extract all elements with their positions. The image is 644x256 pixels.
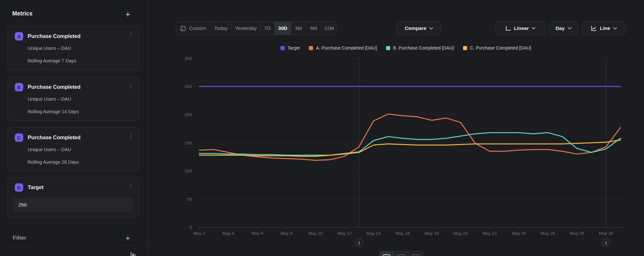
metric-letter-badge: C bbox=[15, 133, 23, 142]
range-label: 12M bbox=[324, 25, 334, 31]
metric-title: Purchase Completed bbox=[28, 84, 80, 90]
metric-measure: Unique Users – DAU bbox=[28, 46, 71, 51]
y-axis-tick-label: 300 bbox=[185, 56, 192, 61]
view-toggle-group bbox=[379, 251, 423, 256]
scale-label: Linear bbox=[514, 25, 529, 31]
line-chart-icon bbox=[591, 25, 597, 32]
range-yesterday[interactable]: Yesterday bbox=[232, 22, 260, 35]
range-label: 30D bbox=[278, 25, 287, 31]
card-view-icon bbox=[383, 254, 391, 256]
sidebar-title: Metrics bbox=[12, 10, 33, 17]
kebab-menu-icon[interactable]: ⋮ bbox=[127, 183, 134, 191]
metric-card-b[interactable]: BPurchase Completed⋮Unique Users – DAURo… bbox=[7, 77, 139, 121]
y-axis-tick-label: 200 bbox=[185, 112, 192, 117]
range-label: 7D bbox=[264, 25, 271, 31]
view-toggle-table-view-icon[interactable] bbox=[394, 251, 408, 256]
metric-title: Target bbox=[28, 184, 43, 190]
line-chart[interactable]: 050100150200250300May 2May 4May 6May 8Ma… bbox=[180, 42, 631, 237]
x-axis-tick-label: May 2 bbox=[194, 231, 205, 236]
chart-type-label: Line bbox=[600, 25, 610, 31]
range-label: Today bbox=[214, 25, 227, 31]
interval-select-button[interactable]: Day bbox=[549, 22, 578, 35]
metric-rolling-average: Rolling Average 14 Days bbox=[28, 109, 79, 114]
series-line-a[interactable] bbox=[199, 114, 620, 160]
chevron-down-icon bbox=[613, 27, 617, 30]
range-label: Yesterday bbox=[235, 25, 257, 31]
plus-icon: + bbox=[126, 234, 130, 242]
series-line-c[interactable] bbox=[199, 140, 620, 156]
x-axis-tick-label: May 10 bbox=[308, 231, 323, 236]
y-axis-tick-label: 100 bbox=[185, 169, 192, 173]
range-label: 3M bbox=[295, 25, 302, 31]
range-today[interactable]: Today bbox=[211, 22, 232, 35]
metric-measure: Unique Users – DAU bbox=[28, 96, 71, 102]
collapse-sidebar-button[interactable] bbox=[129, 251, 138, 256]
chevron-down-icon bbox=[568, 27, 572, 30]
x-axis-tick-label: May 18 bbox=[424, 231, 439, 236]
calendar-icon bbox=[180, 25, 186, 32]
collapse-left-icon bbox=[129, 251, 137, 256]
x-axis-tick-label: May 4 bbox=[223, 231, 234, 236]
metric-letter-badge: B bbox=[15, 83, 23, 91]
metric-measure: Unique Users – DAU bbox=[28, 147, 71, 152]
chevron-down-icon bbox=[532, 27, 535, 30]
panel-view-icon bbox=[412, 254, 420, 256]
chart-type-select-button[interactable]: Line bbox=[582, 22, 626, 35]
kebab-menu-icon[interactable]: ⋮ bbox=[127, 133, 134, 141]
x-axis-tick-label: May 24 bbox=[512, 231, 526, 236]
x-axis-tick-label: May 22 bbox=[483, 231, 497, 236]
range-label: 6M bbox=[310, 25, 317, 31]
x-axis-tick-label: May 14 bbox=[366, 231, 381, 236]
x-axis-tick-label: May 16 bbox=[395, 231, 410, 236]
range-7d[interactable]: 7D bbox=[260, 22, 275, 35]
range-30d[interactable]: 30D bbox=[275, 22, 291, 35]
y-axis-tick-label: 150 bbox=[185, 141, 192, 145]
add-metric-button[interactable]: + bbox=[123, 10, 132, 19]
add-filter-button[interactable]: + bbox=[123, 234, 132, 243]
table-view-icon bbox=[397, 254, 405, 256]
compare-button[interactable]: Compare bbox=[397, 22, 441, 35]
y-axis-tick-label: 0 bbox=[189, 225, 192, 230]
metric-letter-badge: D bbox=[15, 183, 23, 192]
x-axis-tick-label: May 8 bbox=[280, 231, 292, 236]
kebab-menu-icon[interactable]: ⋮ bbox=[127, 31, 134, 40]
range-12m[interactable]: 12M bbox=[321, 22, 337, 35]
plus-icon: + bbox=[125, 10, 130, 18]
target-value-input[interactable] bbox=[13, 198, 133, 212]
compare-label: Compare bbox=[405, 25, 426, 31]
metric-title: Purchase Completed bbox=[28, 33, 80, 39]
view-toggle-card-view-icon[interactable] bbox=[379, 251, 394, 256]
x-axis-tick-label: May 26 bbox=[541, 231, 555, 236]
x-axis-tick-label: May 20 bbox=[454, 231, 468, 236]
metric-rolling-average: Rolling Average 28 Days bbox=[28, 160, 79, 165]
metric-title: Purchase Completed bbox=[28, 134, 80, 141]
y-axis-tick-label: 50 bbox=[187, 197, 192, 202]
x-axis-tick-label: May 30 bbox=[599, 231, 613, 236]
interval-label: Day bbox=[555, 25, 564, 31]
metric-card-d[interactable]: DTarget⋮ bbox=[7, 178, 139, 218]
annotation-count-badge[interactable]: 1 bbox=[355, 239, 363, 246]
sidebar-divider bbox=[0, 246, 149, 246]
metric-letter-badge: A bbox=[15, 32, 23, 41]
y-axis-tick-label: 250 bbox=[185, 84, 192, 89]
time-range-segmented-control: CustomTodayYesterday7D30D3M6M12M bbox=[176, 22, 337, 35]
x-axis-tick-label: May 28 bbox=[570, 231, 584, 236]
metric-card-a[interactable]: APurchase Completed⋮Unique Users – DAURo… bbox=[7, 26, 139, 70]
range-3m[interactable]: 3M bbox=[291, 22, 306, 35]
range-custom[interactable]: Custom bbox=[176, 22, 211, 35]
linear-axis-icon bbox=[505, 25, 511, 32]
kebab-menu-icon[interactable]: ⋮ bbox=[127, 82, 134, 90]
metrics-sidebar: Metrics + APurchase Completed⋮Unique Use… bbox=[0, 0, 149, 256]
x-axis-tick-label: May 12 bbox=[337, 231, 352, 236]
view-toggle-panel-view-icon[interactable] bbox=[408, 251, 423, 256]
filter-section-label: Filter bbox=[13, 235, 26, 241]
metric-card-c[interactable]: CPurchase Completed⋮Unique Users – DAURo… bbox=[7, 127, 139, 171]
range-label: Custom bbox=[189, 25, 206, 31]
app-root: Metrics + APurchase Completed⋮Unique Use… bbox=[0, 0, 644, 256]
chevron-down-icon bbox=[429, 27, 433, 30]
x-axis-tick-label: May 6 bbox=[251, 231, 263, 236]
scale-select-button[interactable]: Linear bbox=[495, 22, 545, 35]
metric-rolling-average: Rolling Average 7 Days bbox=[28, 58, 76, 63]
range-6m[interactable]: 6M bbox=[306, 22, 321, 35]
annotation-count-badge[interactable]: 1 bbox=[602, 239, 610, 246]
